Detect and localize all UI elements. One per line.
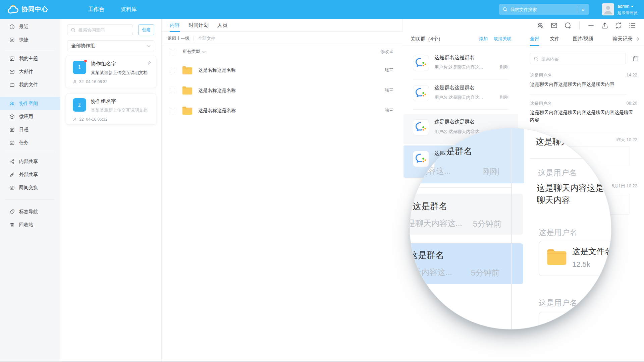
sidebar-item-external-share[interactable]: 外部共享 [0,168,60,181]
mail-icon[interactable] [550,21,558,29]
sidebar-item-tasks[interactable]: 任务 [0,136,60,149]
tab-content[interactable]: 内容 [170,19,180,32]
file-modifier: 张三 [385,108,393,114]
app-title: 协同中心 [21,0,48,19]
tab-all[interactable]: 全部 [530,32,539,46]
row-checkbox[interactable] [170,108,175,113]
sidebar-item-label: 微应用 [19,114,33,120]
header-nav-workbench[interactable]: 工作台 [88,0,104,19]
sidebar-item-label: 标签导航 [19,209,38,215]
group-search-input[interactable] [78,27,138,33]
header-nav-library[interactable]: 资料库 [121,0,137,19]
sidebar-item-label: 快捷 [19,37,29,43]
calendar-filter-icon[interactable] [632,55,639,62]
add-group-link[interactable]: 添加 [479,36,488,42]
members-icon[interactable] [536,21,544,29]
group-time: 04-16 06:32 [86,117,107,122]
sidebar-item-label: 协作空间 [19,101,38,107]
user-name-label: admin [618,4,629,9]
row-checkbox[interactable] [170,68,175,73]
sidebar-item-label: 外部共享 [19,172,38,178]
sidebar-item-micro-apps[interactable]: 微应用 [0,110,60,123]
type-filter[interactable]: 所有类型 [182,49,205,55]
file-row[interactable]: 这是名称这是名称 张三 [162,101,402,121]
main-content: 内容 时间计划 人员 返回上一级 全部文件 所有类型 修改者 这是名称这是名称 … [162,19,402,362]
sidebar-divider [5,94,55,94]
sidebar-item-tag-nav[interactable]: 标签导航 [0,205,60,218]
upload-icon[interactable] [601,21,609,29]
people-icon [9,101,15,107]
file-name: 这是名称这是名称 [198,87,236,94]
chevron-right-icon[interactable] [635,37,639,41]
message-content: 这是聊天内容这是聊天内容这是聊天内容这是聊天内容 [530,109,634,123]
sidebar-item-label: 任务 [19,140,29,146]
history-add-icon[interactable] [564,21,572,29]
share-nodes-icon [9,159,15,165]
group-card[interactable]: z 协作组名字 某某某最新上传交互说明文档 32 04-16 06:32 [66,93,156,125]
global-search-input[interactable] [511,7,577,12]
toolbar-divider [579,21,580,29]
unlink-group-link[interactable]: 取消关联 [494,36,511,42]
create-group-button[interactable]: 创建 [138,24,154,35]
chat-records-label[interactable]: 聊天记录 [612,32,633,46]
sidebar-divider [5,49,55,49]
related-group-last-msg: 用户名:这是聊天内容这... [434,95,483,101]
group-search[interactable] [67,24,133,35]
lens-panel-divider [511,128,512,329]
lens-group-title: 这是群名 [413,200,447,212]
chevron-down-icon [202,49,205,53]
group-card[interactable]: 1 协作组名字 某某某最新上传交互说明文档 32 04-16 06:32 [66,56,156,88]
row-checkbox[interactable] [170,88,175,93]
breadcrumb-back[interactable]: 返回上一级 [168,36,190,42]
tab-files[interactable]: 文件 [550,32,559,46]
lens-chat-user: 这是用户名 [539,227,577,238]
sidebar-item-network-exchange[interactable]: 网间交换 [0,181,60,194]
user-avatar[interactable] [602,3,614,15]
sidebar-item-my-files[interactable]: 我的文件 [0,78,60,91]
lens-group-time: 5分钟前 [473,219,501,229]
sidebar-item-big-mail[interactable]: 大邮件 [0,65,60,78]
refresh-icon[interactable] [614,21,623,29]
mail-icon [9,69,15,75]
list-view-icon[interactable] [628,21,636,29]
sidebar-item-label: 我的文件 [19,82,38,88]
sidebar-item-my-topics[interactable]: 我的主题 [0,52,60,65]
tab-members[interactable]: 人员 [217,19,227,32]
add-icon[interactable] [587,21,595,29]
sidebar-item-recycle-bin[interactable]: 回收站 [0,218,60,231]
sidebar-item-collab-space[interactable]: 协作空间 [0,97,60,110]
sidebar-item-quick[interactable]: 快捷 [0,33,60,46]
chat-search-input[interactable] [541,56,623,61]
modifier-column-header: 修改者 [380,49,393,55]
select-all-checkbox[interactable] [170,49,175,54]
related-group-item[interactable]: 这是群名这是群名 用户名:这是聊天内容这... 刚刚 [404,50,518,79]
sidebar-item-schedule[interactable]: 日程 [0,123,60,136]
related-group-item[interactable]: 这是群名这是群名 用户名:这是聊天内容这... 刚刚 [404,80,518,109]
sidebar-item-internal-share[interactable]: 内部共享 [0,155,60,168]
sidebar-divider [5,199,55,200]
related-group-title: 这是群名这是群名 [434,84,475,91]
group-filter-dropdown[interactable]: 全部协作组 [67,40,154,51]
tab-timeline[interactable]: 时间计划 [189,19,209,32]
sidebar-divider [5,152,55,152]
exchange-arrows-icon [9,185,15,191]
file-row[interactable]: 这是名称这是名称 张三 [162,80,402,101]
app-logo-cloud-icon [7,4,20,15]
related-group-time: 刚刚 [500,95,508,101]
global-search[interactable]: » [499,4,589,15]
tab-media[interactable]: 图片/视频 [573,32,593,46]
sidebar-item-label: 内部共享 [19,159,38,165]
lens-chat-user: 这是用户名 [538,168,577,178]
user-name[interactable]: admin [618,4,634,9]
group-title: 协作组名字 [91,98,116,105]
group-filter-label: 全部协作组 [71,43,95,49]
type-filter-label: 所有类型 [182,49,200,55]
pin-icon[interactable] [147,60,152,65]
shortcut-icon [9,37,15,43]
list-divider [530,95,627,95]
search-advanced-button[interactable]: » [577,6,589,12]
chat-search[interactable] [530,53,626,64]
file-row[interactable]: 这是名称这是名称 张三 [162,60,402,80]
sidebar-item-recent[interactable]: 最近 [0,20,60,33]
link-icon [9,172,15,178]
